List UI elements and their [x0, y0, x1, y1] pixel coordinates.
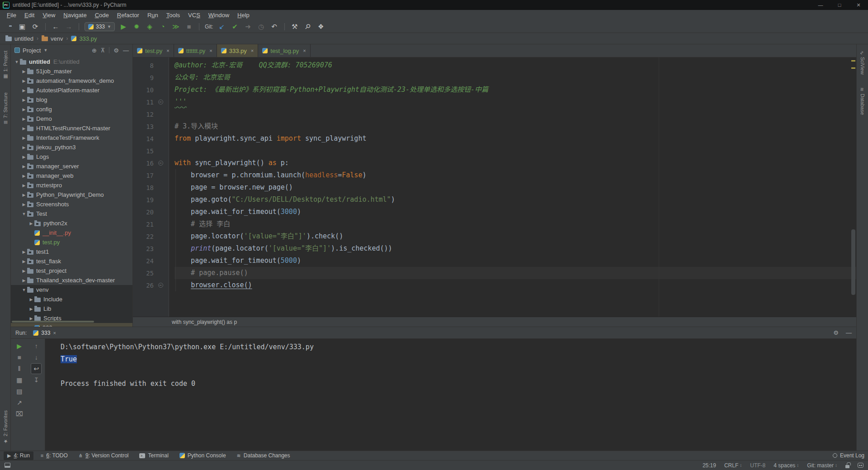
- tree-item-test_project[interactable]: ▶test_project: [11, 266, 132, 275]
- close-icon[interactable]: ×: [166, 48, 169, 53]
- code-view[interactable]: @author: 北京-宏哥 QQ交流群: 705269076公众号: 北京宏哥…: [169, 57, 856, 317]
- tree-item-config[interactable]: ▶config: [11, 104, 132, 114]
- lock-icon[interactable]: [845, 463, 849, 468]
- code-line-20[interactable]: page.wait_for_timeout(3000): [175, 206, 856, 218]
- coverage-icon[interactable]: ◈: [145, 23, 154, 30]
- tree-item-333.py[interactable]: 333.py: [11, 323, 132, 327]
- code-line-16[interactable]: with sync_playwright() as p:: [175, 157, 856, 169]
- tree-item-AutotestPlatform-master[interactable]: ▶AutotestPlatform-master: [11, 85, 132, 95]
- gutter-line-8[interactable]: 8: [133, 59, 169, 71]
- tree-item-Include[interactable]: ▶Include: [11, 294, 132, 304]
- expand-arrow-icon[interactable]: ▶: [28, 297, 34, 302]
- breadcrumb-item-333.py[interactable]: 333.py: [71, 35, 97, 42]
- fold-icon[interactable]: −: [158, 283, 163, 288]
- gutter-line-15[interactable]: 15: [133, 145, 169, 157]
- back-icon[interactable]: ←: [51, 23, 60, 30]
- close-icon[interactable]: ×: [303, 48, 306, 53]
- collapse-arrow-icon[interactable]: ▼: [21, 288, 27, 292]
- code-line-9[interactable]: 公众号: 北京宏哥: [175, 71, 856, 84]
- tree-item-untitled[interactable]: ▼untitledE:\untitled: [11, 57, 132, 66]
- close-icon[interactable]: ×: [209, 48, 212, 53]
- tab-test.py[interactable]: test.py×: [133, 44, 174, 57]
- expand-arrow-icon[interactable]: ▶: [28, 221, 34, 226]
- profiler-icon[interactable]: ◔: [158, 23, 167, 30]
- tree-item-test1[interactable]: ▶test1: [11, 247, 132, 256]
- expand-arrow-icon[interactable]: ▶: [21, 69, 27, 74]
- gutter-line-12[interactable]: 12: [133, 108, 169, 120]
- prev-occurrence-icon[interactable]: ↑: [31, 341, 42, 351]
- next-occurrence-icon[interactable]: ↓: [31, 352, 42, 363]
- tree-item-test_flask[interactable]: ▶test_flask: [11, 256, 132, 266]
- inspections-icon[interactable]: [858, 463, 863, 468]
- code-line-13[interactable]: # 3.导入模块: [175, 120, 856, 133]
- event-log-button[interactable]: Event Log: [833, 452, 864, 459]
- gutter-line-17[interactable]: 17: [133, 169, 169, 181]
- menu-file[interactable]: File: [3, 10, 20, 20]
- soft-wrap-icon[interactable]: ↩: [31, 363, 42, 374]
- expand-arrow-icon[interactable]: ▶: [21, 117, 27, 121]
- tool-stripe-database[interactable]: ≋Database: [859, 87, 865, 115]
- menu-navigate[interactable]: Navigate: [59, 10, 90, 20]
- expand-arrow-icon[interactable]: ▶: [21, 98, 27, 102]
- gutter-line-13[interactable]: 13: [133, 120, 169, 133]
- gutter-line-24[interactable]: 24: [133, 255, 169, 267]
- tree-item-HTMLTestRunnerCN-master[interactable]: ▶HTMLTestRunnerCN-master: [11, 123, 132, 133]
- expand-arrow-icon[interactable]: ▶: [21, 183, 27, 188]
- expand-arrow-icon[interactable]: ▶: [21, 164, 27, 169]
- close-icon[interactable]: ×: [53, 330, 56, 336]
- expand-arrow-icon[interactable]: ▶: [21, 269, 27, 273]
- minimize-button[interactable]: —: [811, 0, 830, 10]
- run-icon[interactable]: ▶: [119, 23, 128, 30]
- tree-item-venv[interactable]: ▼venv: [11, 285, 132, 294]
- collapse-all-icon[interactable]: ⊼: [101, 47, 105, 54]
- synchronize-icon[interactable]: ⟳: [31, 23, 40, 30]
- restore-layout-icon[interactable]: ▦: [14, 375, 25, 385]
- gear-icon[interactable]: ⚙: [113, 47, 119, 54]
- gutter-line-22[interactable]: 22: [133, 230, 169, 242]
- collapse-arrow-icon[interactable]: ▼: [14, 60, 20, 64]
- tree-item-automation_framework_demo[interactable]: ▶automation_framework_demo: [11, 76, 132, 85]
- code-line-23[interactable]: print(page.locator('[value="李白"]').is_ch…: [175, 242, 856, 255]
- rerun-icon[interactable]: ▶: [14, 341, 25, 351]
- tree-item-51job_master[interactable]: ▶51job_master: [11, 66, 132, 76]
- history-icon[interactable]: ◷: [257, 23, 266, 30]
- toolwindow-terminal[interactable]: >_Terminal: [136, 451, 172, 460]
- tree-item-Logs[interactable]: ▶Logs: [11, 152, 132, 161]
- toolwindow-database-changes[interactable]: ≋Database Changes: [233, 451, 294, 460]
- gutter-line-18[interactable]: 18: [133, 181, 169, 194]
- menu-tools[interactable]: Tools: [162, 10, 184, 20]
- menu-help[interactable]: Help: [233, 10, 254, 20]
- chevron-down-icon[interactable]: ▼: [43, 48, 47, 52]
- debug-icon[interactable]: ✹: [132, 23, 141, 30]
- hide-panel-icon[interactable]: —: [846, 329, 852, 336]
- expand-arrow-icon[interactable]: ▶: [28, 307, 34, 311]
- gear-icon[interactable]: ⚙: [833, 329, 839, 336]
- expand-arrow-icon[interactable]: ▶: [21, 155, 27, 159]
- tree-item-Test[interactable]: ▼Test: [11, 209, 132, 218]
- wrench-icon[interactable]: ⚒: [290, 23, 299, 30]
- code-line-25[interactable]: # page.pause(): [175, 267, 856, 279]
- forward-icon[interactable]: →: [64, 23, 73, 30]
- expand-arrow-icon[interactable]: ▶: [21, 278, 27, 283]
- menu-vcs[interactable]: VCS: [184, 10, 204, 20]
- run-configuration-select[interactable]: 333▼: [85, 22, 115, 31]
- tree-item-mztestpro[interactable]: ▶mztestpro: [11, 180, 132, 190]
- stop-icon[interactable]: ■: [184, 23, 193, 30]
- tree-item-Demo[interactable]: ▶Demo: [11, 114, 132, 123]
- code-line-19[interactable]: page.goto("C:/Users/DELL/Desktop/test/ra…: [175, 194, 856, 206]
- expand-arrow-icon[interactable]: ▶: [21, 88, 27, 93]
- expand-arrow-icon[interactable]: ▶: [21, 107, 27, 112]
- pause-output-icon[interactable]: ‖: [14, 363, 25, 374]
- gutter-line-19[interactable]: 19: [133, 194, 169, 206]
- tree-item-test.py[interactable]: test.py: [11, 237, 132, 247]
- gutter-line-16[interactable]: 16−: [133, 157, 169, 169]
- tool-stripe-sciview[interactable]: ∿SciView: [859, 51, 865, 75]
- gutter-line-9[interactable]: 9: [133, 71, 169, 84]
- search-everywhere-icon[interactable]: ⚲: [302, 21, 313, 32]
- code-line-11[interactable]: ''': [175, 96, 856, 108]
- git-branch[interactable]: Git: master↕: [807, 462, 837, 469]
- tool-stripe-project[interactable]: ▦1: Project: [2, 51, 8, 80]
- expand-arrow-icon[interactable]: ▶: [21, 259, 27, 264]
- menu-edit[interactable]: Edit: [20, 10, 38, 20]
- gutter-line-20[interactable]: 20: [133, 206, 169, 218]
